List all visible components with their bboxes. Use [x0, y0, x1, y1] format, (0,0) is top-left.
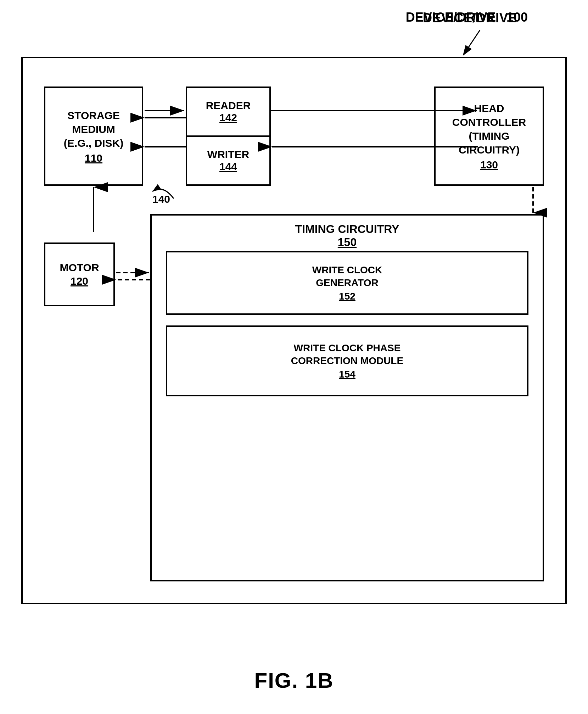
device-number: DEVICE/DRIVE 100: [406, 10, 528, 25]
motor-label: MOTOR: [60, 262, 99, 274]
motor-number: 120: [71, 275, 88, 287]
timing-circuitry-label-area: TIMING CIRCUITRY 150: [152, 223, 543, 249]
head-controller-box: HEADCONTROLLER(TIMINGCIRCUITRY) 130: [434, 87, 544, 186]
timing-circuitry-label: TIMING CIRCUITRY: [295, 223, 399, 235]
reader-writer-container: READER 142 WRITER 144: [186, 87, 271, 186]
timing-circuitry-outer-box: TIMING CIRCUITRY 150 WRITE CLOCKGENERATO…: [150, 214, 544, 581]
storage-medium-label: STORAGEMEDIUM(E.G., DISK): [64, 108, 123, 150]
reader-number: 142: [219, 112, 237, 124]
page-container: DEVICE/DRIVE STORAGEMEDIUM(E.G., DISK) 1…: [0, 0, 588, 714]
head-controller-number: 130: [480, 159, 498, 171]
figure-label: FIG. 1B: [254, 668, 334, 693]
main-diagram-box: STORAGEMEDIUM(E.G., DISK) 110 READER 142…: [21, 57, 567, 604]
writer-box: WRITER 144: [187, 137, 269, 184]
write-clock-phase-box: WRITE CLOCK PHASECORRECTION MODULE 154: [166, 325, 528, 396]
write-clock-generator-box: WRITE CLOCKGENERATOR 152: [166, 251, 528, 315]
write-clock-phase-label: WRITE CLOCK PHASECORRECTION MODULE: [291, 342, 403, 368]
reader-box: READER 142: [187, 88, 269, 137]
timing-circuitry-number: 150: [338, 236, 357, 249]
storage-medium-number: 110: [85, 152, 102, 164]
write-clock-phase-number: 154: [339, 369, 355, 380]
write-clock-generator-label: WRITE CLOCKGENERATOR: [312, 264, 382, 290]
arrow-140: [142, 181, 184, 202]
motor-box: MOTOR 120: [44, 242, 115, 306]
reader-label: READER: [206, 100, 251, 112]
writer-number: 144: [219, 161, 237, 173]
write-clock-generator-number: 152: [339, 291, 355, 302]
writer-label: WRITER: [207, 149, 249, 161]
svg-line-18: [466, 30, 480, 51]
device-arrow-svg: [459, 28, 487, 57]
storage-medium-box: STORAGEMEDIUM(E.G., DISK) 110: [44, 87, 143, 186]
head-controller-label: HEADCONTROLLER(TIMINGCIRCUITRY): [452, 101, 526, 157]
